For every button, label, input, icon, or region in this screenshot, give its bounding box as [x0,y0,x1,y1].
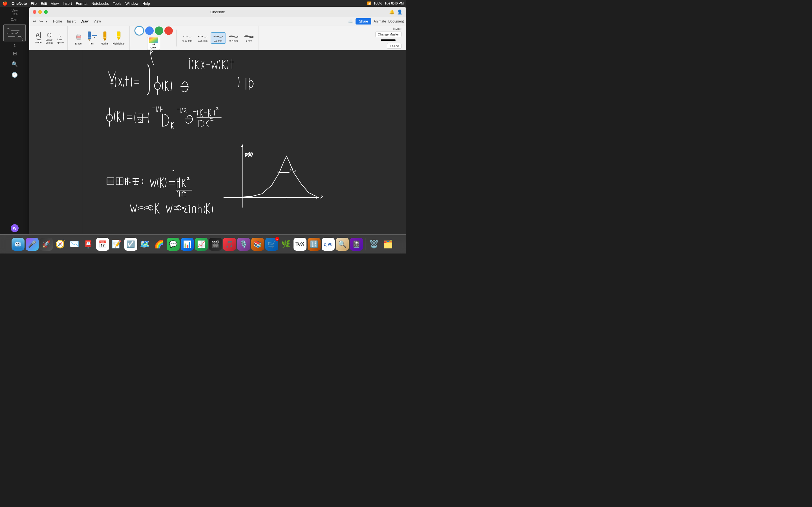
lasso-select-button[interactable]: ⬡ LassoSelect [44,31,54,45]
dock-matlab[interactable]: 🔢 [308,238,320,251]
stroke-07-preview [229,34,239,40]
bell-icon[interactable]: 🔔 [389,9,395,15]
dock-messages[interactable]: 💬 [167,238,180,251]
dock-magnifier[interactable]: 🔍 [336,238,349,251]
dock-separator [365,238,365,250]
search-icon[interactable]: 🔍 [11,61,18,67]
ribbon-group-colors: InkColor [132,26,175,50]
math-canvas[interactable]: φ(k) k D k [29,50,406,234]
tab-home[interactable]: Home [51,18,64,24]
menu-tools[interactable]: Tools [113,1,121,6]
tab-draw[interactable]: Draw [79,18,91,24]
user-avatar[interactable]: W [11,224,18,232]
tab-insert[interactable]: Insert [65,18,78,24]
dock-trash[interactable]: 🗑️ [368,238,380,251]
pen-tool-group: ▼ Pen [86,30,98,46]
minimize-button[interactable] [38,10,42,14]
menu-edit[interactable]: Edit [41,1,47,6]
animate-tab[interactable]: Animate [373,19,386,23]
dock-imovie[interactable]: 🎬 [209,238,222,251]
wifi-icon: 📶 [367,1,371,5]
pen-dropdown-arrow: ▼ [93,37,95,39]
dock-reminders[interactable]: ☑️ [124,238,137,251]
left-fixed-panel: View 53% Zoom 1 ⊟ 🔍 🕐 W [0,7,29,234]
more-button[interactable]: ▾ [45,19,49,24]
ribbon: A| TextMode ⬡ LassoSelect ↕ InsertSpace [29,26,406,50]
cloud-icon[interactable]: ☁️ [348,18,353,24]
battery-indicator: 100% [373,1,382,5]
svg-point-22 [183,207,184,209]
menu-notebooks[interactable]: Notebooks [91,1,109,6]
insert-space-icon: ↕ [59,32,61,38]
dock-calendar[interactable]: 📅 [96,238,109,251]
menu-insert[interactable]: Insert [63,1,72,6]
dock-numbers[interactable]: 📈 [195,238,208,251]
title-bar: OneNote 🔔 👤 [29,7,406,17]
stroke-05-button[interactable]: 0.5 mm [211,33,226,44]
redo-button[interactable]: ↪ [38,18,44,24]
highlighter-tool-group: Highlighter [112,30,126,46]
zoom-label: 53% [12,13,17,16]
stroke-05-preview [213,34,223,40]
highlighter-button[interactable] [116,31,121,42]
stroke-07-label: 0.7 mm [230,40,238,42]
text-mode-button[interactable]: A| TextMode [34,31,43,45]
dock-finder[interactable] [11,238,24,251]
eraser-button[interactable]: Eraser [73,31,84,46]
dock-books[interactable]: 📚 [251,238,264,251]
dock-appstore[interactable]: 🛒 1 [265,238,278,251]
dock-tex[interactable]: TeX [294,238,306,251]
dock-music[interactable]: 🎵 [223,238,236,251]
stroke-025-button[interactable]: 0.25 mm [180,33,195,43]
menu-format[interactable]: Format [76,1,87,6]
dock-stamps[interactable]: 📮 [82,238,95,251]
ink-color-button[interactable]: InkColor [147,37,160,50]
insert-space-button[interactable]: ↕ InsertSpace [55,31,65,45]
dock-podcasts[interactable]: 🎙️ [237,238,250,251]
color-green[interactable] [155,26,163,35]
pen-color-dropdown[interactable]: ▼ [92,35,97,39]
close-button[interactable] [33,10,36,14]
notebooks-icon[interactable]: ⊟ [13,50,17,57]
dock-launchpad[interactable]: 🚀 [40,238,53,251]
stroke-1-button[interactable]: 1 mm [242,33,256,43]
marker-label: Marker [101,42,109,45]
color-white-selected[interactable] [135,26,144,36]
menu-help[interactable]: Help [142,1,150,6]
maximize-button[interactable] [44,10,48,14]
layout-label: layout [393,27,402,31]
marker-button[interactable] [102,31,107,42]
new-slide-button[interactable]: + Slide [387,43,402,49]
stroke-07-button[interactable]: 0.7 mm [226,33,241,43]
canvas-area[interactable]: φ(k) k D k [29,50,406,234]
dock-safari[interactable]: 🧭 [54,238,67,251]
document-tab[interactable]: Document [388,19,404,23]
change-master-button[interactable]: Change Master [375,32,402,37]
stroke-035-button[interactable]: 0.35 mm [195,33,210,43]
pen-button[interactable] [87,31,92,42]
collab-icon[interactable]: 👤 [397,9,403,15]
undo-button[interactable]: ↩ [32,18,38,24]
apple-menu[interactable]: 🍎 [2,1,8,6]
dock-notes[interactable]: 📝 [110,238,123,251]
dock-photos[interactable]: 🌈 [153,238,165,251]
color-red[interactable] [164,26,173,35]
menu-view[interactable]: View [51,1,59,6]
svg-point-34 [18,243,19,244]
menu-onenote[interactable]: OneNote [11,1,27,6]
color-blue[interactable] [145,26,154,35]
share-button[interactable]: Share [356,18,371,24]
menu-file[interactable]: File [31,1,37,6]
dock-onenote[interactable]: 📓 [350,238,363,251]
tab-view[interactable]: View [91,18,103,24]
dock-maps[interactable]: 🗺️ [139,238,151,251]
dock-siri[interactable]: 🎤 [26,238,39,251]
page-thumbnail[interactable] [3,24,26,41]
dock-keynote[interactable]: 📊 [181,238,194,251]
history-icon[interactable]: 🕐 [11,72,18,78]
dock-djvu[interactable]: DjVu [322,238,335,251]
dock-mail[interactable]: ✉️ [68,238,81,251]
dock-archive[interactable]: 🗂️ [382,238,395,251]
menu-window[interactable]: Window [125,1,139,6]
dock-natura[interactable]: 🌿 [280,238,292,251]
